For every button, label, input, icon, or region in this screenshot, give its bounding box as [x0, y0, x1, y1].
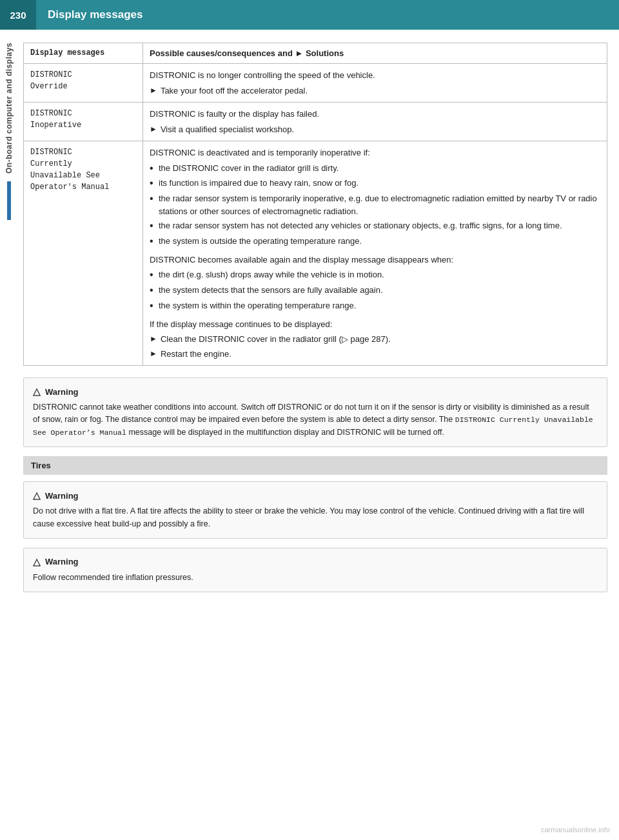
table-row: DISTRONICInoperative DISTRONIC is faulty…	[24, 103, 607, 141]
table-cell-message: DISTRONICCurrentlyUnavailable SeeOperato…	[24, 141, 143, 366]
table-cell-solution: DISTRONIC is faulty or the display has f…	[143, 103, 607, 141]
bullet-icon: •	[150, 192, 159, 206]
warning-triangle-icon: △	[33, 386, 41, 397]
header-bar: 230 Display messages	[0, 0, 619, 30]
warning-label: Warning	[45, 387, 79, 397]
bullet-icon: •	[150, 177, 159, 190]
warning-label: Warning	[45, 491, 79, 501]
table-header-col1: Display messages	[24, 43, 143, 64]
page-number: 230	[0, 0, 36, 30]
arrow-icon: ►	[150, 123, 157, 135]
table-cell-solution: DISTRONIC is deactivated and is temporar…	[143, 141, 607, 366]
arrow-icon: ►	[150, 85, 157, 96]
table-cell-message: DISTRONICInoperative	[24, 103, 143, 141]
warning-text: Follow recommended tire inflation pressu…	[33, 572, 598, 584]
sidebar-bar	[7, 181, 11, 220]
table-row: DISTRONICOverride DISTRONIC is no longer…	[24, 64, 607, 103]
sidebar-label: On-board computer and displays	[5, 43, 14, 174]
warning-triangle-icon: △	[33, 490, 41, 501]
warning-code: DISTRONIC Currently Unavailable See Oper…	[33, 415, 593, 436]
watermark: carmanualsonline.info	[541, 826, 610, 834]
warning-box-distronic: △ Warning DISTRONIC cannot take weather …	[23, 377, 607, 447]
table-row: DISTRONICCurrentlyUnavailable SeeOperato…	[24, 141, 607, 366]
bullet-icon: •	[150, 268, 159, 282]
warning-header: △ Warning	[33, 386, 598, 397]
warning-header: △ Warning	[33, 490, 598, 501]
header-title: Display messages	[36, 8, 142, 21]
warning-text: Do not drive with a flat tire. A flat ti…	[33, 505, 598, 530]
display-messages-table: Display messages Possible causes/consequ…	[23, 43, 607, 366]
bullet-icon: •	[150, 284, 159, 297]
arrow-icon: ►	[150, 333, 157, 345]
warning-box-inflation: △ Warning Follow recommended tire inflat…	[23, 548, 607, 592]
tires-section-header: Tires	[23, 456, 607, 475]
warning-box-flat-tire: △ Warning Do not drive with a flat tire.…	[23, 481, 607, 539]
table-cell-solution: DISTRONIC is no longer controlling the s…	[143, 64, 607, 103]
arrow-icon: ►	[150, 348, 157, 359]
bullet-icon: •	[150, 235, 159, 248]
warning-header: △ Warning	[33, 556, 598, 568]
table-header-col2: Possible causes/consequences and ► Solut…	[143, 43, 607, 64]
warning-text: DISTRONIC cannot take weather conditions…	[33, 401, 598, 439]
warning-label: Warning	[45, 557, 79, 566]
bullet-icon: •	[150, 299, 159, 313]
warning-triangle-icon: △	[33, 556, 41, 568]
main-content: Display messages Possible causes/consequ…	[23, 30, 607, 592]
sidebar: On-board computer and displays	[0, 30, 18, 840]
bullet-icon: •	[150, 219, 159, 233]
table-cell-message: DISTRONICOverride	[24, 64, 143, 103]
bullet-icon: •	[150, 162, 159, 175]
